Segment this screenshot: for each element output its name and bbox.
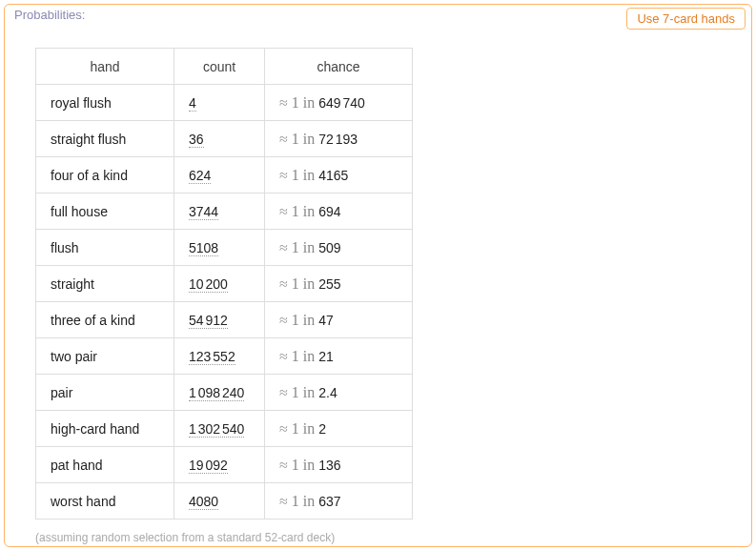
count-cell: 624 (174, 157, 265, 194)
count-cell: 5108 (174, 230, 265, 266)
table-row: three of a kind54 912≈ 1 in 47 (36, 302, 413, 338)
approx-symbol: ≈ (279, 239, 288, 255)
one-in-label: 1 in (292, 167, 315, 183)
odds-value: 694 (318, 204, 340, 219)
odds-value: 72 193 (318, 132, 358, 147)
table-row: pair1 098 240≈ 1 in 2.4 (36, 375, 413, 411)
approx-symbol: ≈ (279, 167, 288, 183)
one-in-label: 1 in (292, 275, 315, 292)
chance-cell: ≈ 1 in 255 (265, 266, 413, 302)
count-value[interactable]: 123 552 (189, 349, 235, 365)
hand-name-cell: high-card hand (36, 411, 174, 447)
chance-cell: ≈ 1 in 2 (265, 411, 413, 447)
table-header-row: hand count chance (36, 49, 413, 85)
count-value[interactable]: 36 (189, 132, 204, 148)
one-in-label: 1 in (292, 312, 315, 328)
approx-symbol: ≈ (279, 94, 288, 111)
hand-name-cell: four of a kind (36, 157, 174, 194)
approx-symbol: ≈ (279, 275, 288, 292)
chance-cell: ≈ 1 in 637 (265, 483, 413, 519)
odds-value: 2.4 (318, 385, 337, 400)
count-value[interactable]: 19 092 (189, 458, 228, 474)
one-in-label: 1 in (292, 239, 315, 255)
odds-value: 4165 (318, 168, 348, 183)
odds-value: 649 740 (318, 95, 365, 111)
odds-value: 21 (318, 349, 334, 364)
count-cell: 4 (174, 85, 265, 121)
hand-name-cell: worst hand (36, 483, 174, 519)
hand-name-cell: pair (36, 375, 174, 411)
count-value[interactable]: 10 200 (189, 276, 228, 293)
hand-name-cell: royal flush (36, 85, 174, 121)
count-value[interactable]: 54 912 (189, 313, 228, 329)
chance-cell: ≈ 1 in 21 (265, 338, 413, 375)
count-cell: 123 552 (174, 338, 265, 375)
one-in-label: 1 in (292, 457, 315, 473)
count-cell: 3744 (174, 194, 265, 230)
count-value[interactable]: 1 302 540 (189, 421, 244, 438)
table-row: two pair123 552≈ 1 in 21 (36, 338, 413, 375)
table-row: worst hand4080≈ 1 in 637 (36, 483, 413, 519)
odds-value: 637 (318, 494, 340, 509)
one-in-label: 1 in (292, 131, 315, 147)
count-value[interactable]: 4 (189, 95, 196, 112)
count-value[interactable]: 1 098 240 (189, 385, 244, 401)
hand-name-cell: two pair (36, 338, 174, 375)
col-count: count (174, 49, 265, 85)
one-in-label: 1 in (292, 94, 315, 111)
table-container: hand count chance royal flush4≈ 1 in 649… (5, 31, 751, 519)
hand-name-cell: pat hand (36, 447, 174, 483)
hand-name-cell: straight flush (36, 121, 174, 157)
count-cell: 1 098 240 (174, 375, 265, 411)
table-row: four of a kind624≈ 1 in 4165 (36, 157, 413, 194)
hand-name-cell: flush (36, 230, 174, 266)
chance-cell: ≈ 1 in 136 (265, 447, 413, 483)
hand-name-cell: full house (36, 194, 174, 230)
approx-symbol: ≈ (279, 312, 288, 328)
col-chance: chance (265, 49, 413, 85)
approx-symbol: ≈ (279, 348, 288, 364)
odds-value: 509 (318, 240, 340, 255)
col-hand: hand (36, 49, 174, 85)
count-value[interactable]: 5108 (189, 240, 218, 256)
count-value[interactable]: 3744 (189, 204, 218, 220)
one-in-label: 1 in (292, 348, 315, 364)
count-value[interactable]: 624 (189, 168, 211, 184)
approx-symbol: ≈ (279, 384, 288, 400)
count-value[interactable]: 4080 (189, 494, 218, 510)
one-in-label: 1 in (292, 384, 315, 400)
table-row: straight flush36≈ 1 in 72 193 (36, 121, 413, 157)
table-row: pat hand19 092≈ 1 in 136 (36, 447, 413, 483)
count-cell: 36 (174, 121, 265, 157)
count-cell: 4080 (174, 483, 265, 519)
approx-symbol: ≈ (279, 493, 288, 509)
panel-title: Probabilities: (14, 7, 85, 24)
table-row: high-card hand1 302 540≈ 1 in 2 (36, 411, 413, 447)
approx-symbol: ≈ (279, 203, 288, 219)
probabilities-table: hand count chance royal flush4≈ 1 in 649… (35, 48, 413, 519)
table-row: straight10 200≈ 1 in 255 (36, 266, 413, 302)
chance-cell: ≈ 1 in 47 (265, 302, 413, 338)
approx-symbol: ≈ (279, 457, 288, 473)
count-cell: 10 200 (174, 266, 265, 302)
chance-cell: ≈ 1 in 72 193 (265, 121, 413, 157)
chance-cell: ≈ 1 in 694 (265, 194, 413, 230)
odds-value: 2 (318, 421, 326, 437)
chance-cell: ≈ 1 in 2.4 (265, 375, 413, 411)
use-7-card-hands-button[interactable]: Use 7-card hands (626, 8, 746, 30)
hand-name-cell: three of a kind (36, 302, 174, 338)
odds-value: 136 (318, 458, 340, 473)
table-row: full house3744≈ 1 in 694 (36, 194, 413, 230)
chance-cell: ≈ 1 in 4165 (265, 157, 413, 194)
count-cell: 19 092 (174, 447, 265, 483)
chance-cell: ≈ 1 in 509 (265, 230, 413, 266)
footnote: (assuming random selection from a standa… (5, 519, 751, 544)
table-row: royal flush4≈ 1 in 649 740 (36, 85, 413, 121)
approx-symbol: ≈ (279, 420, 288, 437)
hand-name-cell: straight (36, 266, 174, 302)
count-cell: 1 302 540 (174, 411, 265, 447)
probabilities-panel: Probabilities: Use 7-card hands hand cou… (4, 4, 752, 547)
odds-value: 255 (318, 276, 340, 292)
table-row: flush5108≈ 1 in 509 (36, 230, 413, 266)
approx-symbol: ≈ (279, 131, 288, 147)
